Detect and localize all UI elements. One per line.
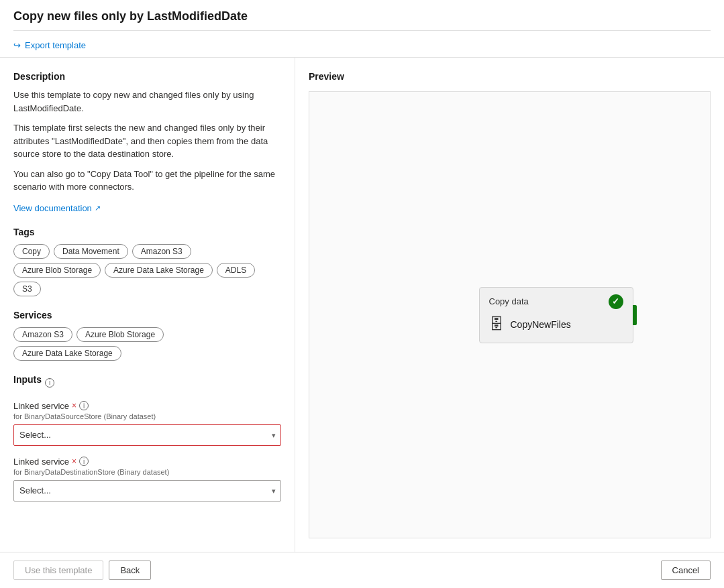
- linked-service-2-label: Linked service × i: [13, 457, 281, 467]
- services-title: Services: [13, 310, 281, 320]
- linked-service-2-sublabel: for BinaryDataDestinationStore (Binary d…: [13, 468, 281, 476]
- tag-azure-datalake: Azure Data Lake Storage: [105, 263, 213, 278]
- preview-area: Copy data 🗄 CopyNewFiles: [309, 91, 711, 538]
- service-azure-blob: Azure Blob Storage: [76, 327, 164, 342]
- export-template-link[interactable]: ↪ Export template: [13, 40, 711, 50]
- pipeline-card-header: Copy data: [489, 294, 623, 309]
- linked-service-2-info-icon: i: [79, 457, 89, 466]
- required-marker-2: ×: [72, 457, 76, 466]
- pipeline-card: Copy data 🗄 CopyNewFiles: [479, 287, 633, 343]
- description-text-2: This template first selects the new and …: [13, 121, 281, 161]
- bottom-left-actions: Use this template Back: [13, 561, 151, 580]
- check-circle-icon: [609, 294, 623, 309]
- inputs-section: Inputs i Linked service × i for BinaryDa…: [13, 374, 281, 502]
- service-azure-datalake: Azure Data Lake Storage: [13, 346, 121, 361]
- tag-adls: ADLS: [217, 263, 255, 278]
- service-amazon-s3: Amazon S3: [13, 327, 72, 342]
- linked-service-2-select[interactable]: Select...: [13, 480, 281, 502]
- inputs-title: Inputs: [13, 374, 42, 385]
- tag-data-movement: Data Movement: [54, 244, 128, 259]
- tag-amazon-s3: Amazon S3: [132, 244, 191, 259]
- tag-s3: S3: [13, 282, 41, 296]
- tags-title: Tags: [13, 227, 281, 237]
- external-link-icon: ↗: [95, 204, 101, 213]
- linked-service-1-label: Linked service × i: [13, 401, 281, 411]
- required-marker-1: ×: [72, 401, 76, 410]
- linked-service-1-group: Linked service × i for BinaryDataSourceS…: [13, 401, 281, 446]
- description-text-1: Use this template to copy new and change…: [13, 89, 281, 115]
- bottom-bar: Use this template Back Cancel: [0, 552, 724, 588]
- linked-service-2-group: Linked service × i for BinaryDataDestina…: [13, 457, 281, 502]
- services-row-1: Amazon S3 Azure Blob Storage: [13, 327, 281, 342]
- tags-section: Tags Copy Data Movement Amazon S3 Azure …: [13, 227, 281, 296]
- cancel-button[interactable]: Cancel: [661, 561, 711, 580]
- tags-row-1: Copy Data Movement Amazon S3: [13, 244, 281, 259]
- linked-service-1-select[interactable]: Select...: [13, 424, 281, 446]
- left-panel: Description Use this template to copy ne…: [0, 58, 295, 552]
- use-template-button[interactable]: Use this template: [13, 561, 103, 580]
- right-panel: Preview Copy data 🗄 CopyNewFiles: [295, 58, 724, 552]
- tag-copy: Copy: [13, 244, 50, 259]
- pipeline-name: CopyNewFiles: [511, 319, 571, 330]
- green-bar: [633, 305, 637, 325]
- tag-azure-blob: Azure Blob Storage: [13, 263, 101, 278]
- pipeline-card-body: 🗄 CopyNewFiles: [489, 316, 623, 333]
- tags-row-2: Azure Blob Storage Azure Data Lake Stora…: [13, 263, 281, 278]
- services-section: Services Amazon S3 Azure Blob Storage Az…: [13, 310, 281, 361]
- page-title: Copy new files only by LastModifiedDate: [13, 9, 711, 23]
- tags-row-3: S3: [13, 282, 281, 296]
- back-button[interactable]: Back: [109, 561, 151, 580]
- description-section: Description Use this template to copy ne…: [13, 71, 281, 213]
- pipeline-card-title: Copy data: [489, 296, 529, 306]
- preview-title: Preview: [309, 71, 711, 82]
- linked-service-1-select-wrapper: Select... ▾: [13, 424, 281, 446]
- view-documentation-link[interactable]: View documentation ↗: [13, 203, 101, 213]
- linked-service-1-sublabel: for BinaryDataSourceStore (Binary datase…: [13, 412, 281, 420]
- description-text-3: You can also go to "Copy Data Tool" to g…: [13, 168, 281, 194]
- description-title: Description: [13, 71, 281, 82]
- database-icon: 🗄: [489, 316, 504, 333]
- linked-service-1-info-icon: i: [79, 401, 89, 410]
- services-row-2: Azure Data Lake Storage: [13, 346, 281, 361]
- inputs-info-icon: i: [45, 378, 54, 388]
- linked-service-2-select-wrapper: Select... ▾: [13, 480, 281, 502]
- export-icon: ↪: [13, 40, 21, 50]
